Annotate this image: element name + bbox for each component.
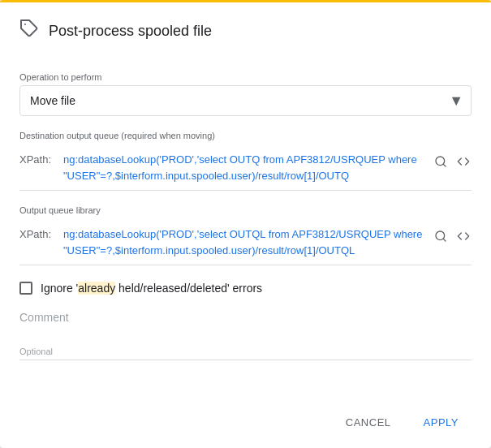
output-library-xpath-row: XPath: ng:databaseLookup('PROD','select …	[19, 220, 472, 265]
output-library-search-button[interactable]	[433, 228, 449, 244]
output-library-xpath-value: ng:databaseLookup('PROD','select OUTQL f…	[63, 226, 426, 258]
destination-search-button[interactable]	[433, 153, 449, 170]
comment-label: Comment	[19, 311, 472, 324]
comment-input[interactable]	[19, 324, 472, 343]
dialog: Post-process spooled file Operation to p…	[0, 0, 491, 448]
output-library-xpath-icons	[433, 226, 472, 244]
svg-line-2	[443, 164, 446, 166]
destination-xpath-value: ng:databaseLookup('PROD','select OUTQ fr…	[63, 152, 426, 183]
operation-select-wrapper: Move file Copy file Delete file ▼	[19, 85, 472, 116]
ignore-errors-label: Ignore 'already held/released/deleted' e…	[41, 282, 262, 295]
apply-button[interactable]: APPLY	[411, 410, 472, 435]
dialog-title: Post-process spooled file	[49, 23, 212, 40]
svg-line-4	[443, 239, 446, 241]
operation-select[interactable]: Move file Copy file Delete file	[19, 85, 472, 116]
comment-section: Comment Optional	[19, 311, 472, 360]
output-library-code-button[interactable]	[455, 228, 472, 244]
destination-code-button[interactable]	[455, 153, 472, 170]
ignore-errors-checkbox[interactable]	[19, 282, 32, 295]
dialog-header: Post-process spooled file	[0, 2, 491, 56]
destination-xpath-row: XPath: ng:databaseLookup('PROD','select …	[19, 145, 472, 191]
cancel-button[interactable]: CANCEL	[333, 410, 404, 435]
output-library-section-label: Output queue library	[19, 205, 472, 215]
puzzle-icon	[19, 19, 39, 43]
destination-xpath-icons	[433, 152, 472, 170]
dialog-footer: CANCEL APPLY	[0, 397, 491, 448]
comment-optional: Optional	[19, 347, 472, 356]
output-library-xpath-label: XPath:	[19, 226, 57, 240]
operation-label: Operation to perform	[19, 72, 472, 82]
destination-xpath-label: XPath:	[19, 152, 57, 166]
dialog-body: Operation to perform Move file Copy file…	[0, 56, 491, 397]
highlight-already: already	[78, 282, 115, 295]
ignore-errors-row: Ignore 'already held/released/deleted' e…	[19, 282, 472, 295]
destination-section-label: Destination output queue (required when …	[19, 131, 472, 140]
